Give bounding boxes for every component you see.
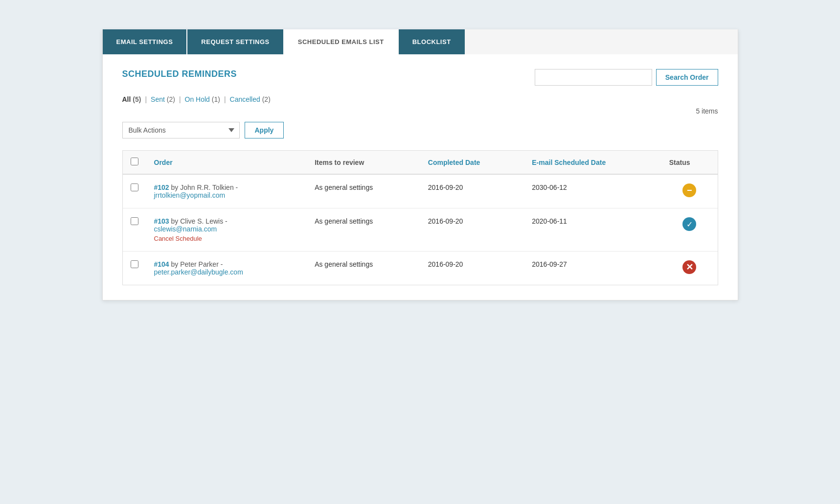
col-header-email-scheduled: E-mail Scheduled Date [524, 151, 661, 174]
row-103-order-cell: #103 by Clive S. Lewis - cslewis@narnia.… [146, 208, 307, 252]
row-104-completed-date: 2016-09-20 [420, 252, 524, 285]
row-104-checkbox[interactable] [131, 260, 138, 268]
row-103-checkbox[interactable] [131, 217, 138, 225]
tab-request-settings[interactable]: REQUEST SETTINGS [187, 29, 284, 54]
col-header-order: Order [146, 151, 307, 174]
col-header-items: Items to review [307, 151, 420, 174]
row-102-customer: by John R.R. Tolkien - [171, 183, 238, 191]
row-102-order-link[interactable]: #102 [154, 183, 169, 191]
row-103-completed-date: 2016-09-20 [420, 208, 524, 252]
bulk-actions-select[interactable]: Bulk Actions [122, 122, 240, 138]
table-row: #103 by Clive S. Lewis - cslewis@narnia.… [123, 208, 718, 252]
row-103-items: As general settings [307, 208, 420, 252]
row-102-checkbox[interactable] [131, 183, 138, 191]
filter-cancelled[interactable]: Cancelled (2) [230, 95, 271, 103]
row-103-cancel-link[interactable]: Cancel Schedule [154, 235, 299, 242]
search-area: Search Order [535, 69, 718, 86]
row-104-checkbox-cell [123, 252, 146, 285]
tab-bar: EMAIL SETTINGS REQUEST SETTINGS SCHEDULE… [103, 29, 738, 54]
tab-email-settings[interactable]: EMAIL SETTINGS [103, 29, 188, 54]
col-header-status: Status [661, 151, 718, 174]
tab-blocklist[interactable]: BLOCKLIST [399, 29, 465, 54]
row-104-order-cell: #104 by Peter Parker - peter.parker@dail… [146, 252, 307, 285]
select-all-checkbox[interactable] [131, 158, 138, 165]
filter-on-hold[interactable]: On Hold (1) [185, 95, 220, 103]
row-104-email-scheduled: 2016-09-27 [524, 252, 661, 285]
row-103-status-cell: ✓ [661, 208, 718, 252]
row-104-status-icon: ✕ [682, 260, 696, 274]
row-102-status-icon: − [682, 183, 696, 197]
row-104-items: As general settings [307, 252, 420, 285]
row-102-status-cell: − [661, 174, 718, 208]
row-104-status-cell: ✕ [661, 252, 718, 285]
row-103-email-link[interactable]: cslewis@narnia.com [154, 225, 299, 233]
row-104-customer: by Peter Parker - [171, 260, 223, 268]
row-103-checkbox-cell [123, 208, 146, 252]
row-102-email-scheduled: 2030-06-12 [524, 174, 661, 208]
header-row: SCHEDULED REMINDERS Search Order [122, 69, 718, 86]
main-container: EMAIL SETTINGS REQUEST SETTINGS SCHEDULE… [102, 29, 738, 300]
orders-table: Order Items to review Completed Date E-m… [123, 151, 718, 285]
filter-all[interactable]: All (5) [122, 95, 141, 103]
bulk-actions-row: Bulk Actions Apply [122, 122, 718, 138]
row-103-status-icon: ✓ [682, 217, 696, 231]
page-title: SCHEDULED REMINDERS [122, 69, 237, 79]
items-count: 5 items [122, 107, 718, 115]
filter-row: All (5) | Sent (2) | On Hold (1) | Cance… [122, 95, 718, 103]
table-header-row: Order Items to review Completed Date E-m… [123, 151, 718, 174]
row-104-email-link[interactable]: peter.parker@dailybugle.com [154, 268, 299, 276]
table-row: #102 by John R.R. Tolkien - jrrtolkien@y… [123, 174, 718, 208]
content-area: SCHEDULED REMINDERS Search Order All (5)… [103, 54, 738, 300]
row-102-email-link[interactable]: jrrtolkien@yopmail.com [154, 191, 299, 199]
orders-table-container: Order Items to review Completed Date E-m… [122, 150, 718, 285]
col-header-checkbox [123, 151, 146, 174]
search-order-button[interactable]: Search Order [656, 69, 718, 86]
apply-button[interactable]: Apply [245, 122, 284, 138]
tab-scheduled-emails-list[interactable]: SCHEDULED EMAILS LIST [284, 29, 399, 54]
col-header-completed-date: Completed Date [420, 151, 524, 174]
filter-sent[interactable]: Sent (2) [151, 95, 175, 103]
row-103-email-scheduled: 2020-06-11 [524, 208, 661, 252]
search-input[interactable] [535, 69, 652, 86]
row-103-customer: by Clive S. Lewis - [171, 217, 227, 225]
row-102-order-cell: #102 by John R.R. Tolkien - jrrtolkien@y… [146, 174, 307, 208]
row-104-order-link[interactable]: #104 [154, 260, 169, 268]
row-102-items: As general settings [307, 174, 420, 208]
row-102-completed-date: 2016-09-20 [420, 174, 524, 208]
table-row: #104 by Peter Parker - peter.parker@dail… [123, 252, 718, 285]
row-102-checkbox-cell [123, 174, 146, 208]
row-103-order-link[interactable]: #103 [154, 217, 169, 225]
